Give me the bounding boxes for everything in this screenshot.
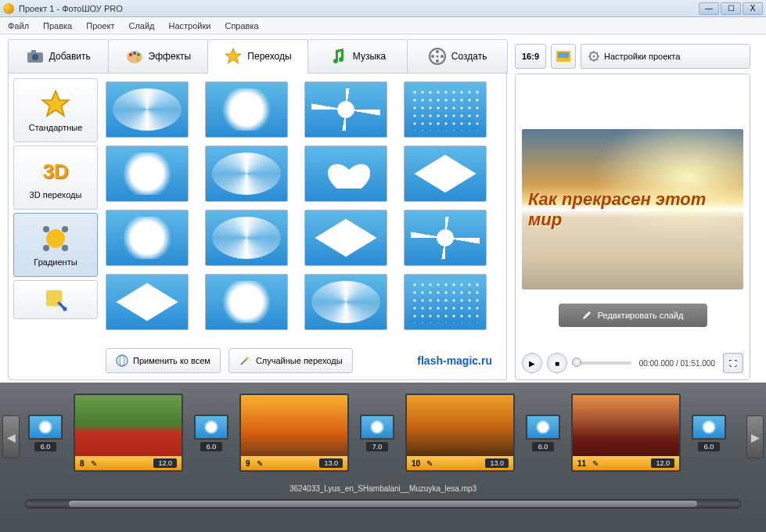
apply-all-button[interactable]: Применить ко всем [106,348,221,373]
slide-number: 10 [412,459,420,468]
3d-icon: 3D [40,156,71,187]
menu-project[interactable]: Проект [86,21,114,31]
transition-item[interactable]: 6.0 [25,415,66,451]
transition-thumb[interactable] [205,81,288,138]
slide-bar: 11✎12.0 [573,456,679,470]
fullscreen-button[interactable]: ⛶ [723,353,743,373]
transition-thumb[interactable] [304,274,387,330]
svg-point-1 [32,54,38,60]
transition-item[interactable]: 6.0 [523,415,563,451]
star-icon [224,47,243,66]
theme-button[interactable] [551,44,576,69]
menu-slide[interactable]: Слайд [128,21,154,31]
svg-point-14 [46,229,65,248]
transition-thumb[interactable] [304,210,387,266]
transition-icon[interactable] [692,415,726,440]
playback-slider[interactable] [572,361,631,365]
random-button[interactable]: Случайные переходы [228,348,353,373]
audio-track[interactable]: 3624033_Lyus_en_SHambalani__Muzuyka_lesa… [6,484,760,493]
transition-icon[interactable] [194,415,228,440]
transition-thumb[interactable] [205,274,288,330]
music-icon [329,47,348,66]
playback-controls: ▶ ■ 00:00.000 / 01:51.000 ⛶ [522,353,743,373]
pencil-icon[interactable]: ✎ [426,459,433,468]
svg-point-21 [117,355,128,366]
svg-point-16 [62,226,68,232]
transition-thumb[interactable] [404,81,487,138]
transition-duration: 7.0 [366,442,389,451]
transition-thumb[interactable] [106,210,189,266]
transition-thumb[interactable] [304,146,387,202]
transition-icon[interactable] [526,415,560,440]
timeline-slide[interactable]: 8✎12.0 [74,394,183,472]
transition-duration: 6.0 [698,442,721,451]
slider-knob[interactable] [572,358,581,367]
transition-thumb[interactable] [404,210,487,266]
maximize-button[interactable]: ☐ [721,2,741,15]
tab-create[interactable]: Создать [407,39,508,74]
pencil-icon[interactable]: ✎ [257,459,263,468]
svg-rect-2 [31,50,36,53]
cat-other[interactable] [13,280,98,319]
transition-item[interactable]: 7.0 [357,415,397,451]
timeline-slide[interactable]: 9✎13.0 [239,394,349,472]
transition-item[interactable]: 6.0 [689,415,729,451]
picture-icon [556,51,570,62]
edit-slide-button[interactable]: Редактировать слайд [559,304,707,327]
svg-rect-24 [558,52,569,58]
svg-point-6 [137,53,140,56]
menu-help[interactable]: Справка [225,21,258,31]
minimize-button[interactable]: — [699,2,719,15]
cat-gradients[interactable]: Градиенты [13,213,98,277]
menu-file[interactable]: Файл [8,21,29,31]
categories: Стандартные 3D 3D переходы Градиенты [13,78,98,375]
camera-icon [26,47,45,66]
project-settings-button[interactable]: Настройки проекта [581,44,750,69]
transition-thumb[interactable] [304,81,387,138]
transitions-grid[interactable] [102,78,502,342]
preview-panel: Как прекрасен этот мир Редактировать сла… [515,74,750,380]
transition-icon[interactable] [360,415,394,440]
pencil-icon[interactable]: ✎ [592,459,599,468]
playback-time: 00:00.000 / 01:51.000 [639,359,715,368]
transition-thumb[interactable] [205,210,288,266]
play-button[interactable]: ▶ [522,353,542,373]
transition-item[interactable]: 6.0 [191,415,232,451]
scrollbar-thumb[interactable] [69,501,697,507]
svg-point-15 [43,226,49,232]
transition-thumb[interactable] [404,274,487,330]
transition-thumb[interactable] [205,146,288,202]
cat-3d[interactable]: 3D 3D переходы [13,146,98,210]
tab-transitions[interactable]: Переходы [207,39,308,74]
close-button[interactable]: X [743,2,763,15]
tab-add[interactable]: Добавить [8,39,109,74]
svg-point-9 [436,50,439,53]
cat-standard[interactable]: Стандартные [13,78,98,142]
wand-icon [239,354,251,367]
star-icon [40,88,71,120]
svg-point-22 [120,355,124,366]
timeline-prev[interactable]: ◀ [2,415,20,458]
timeline-slide[interactable]: 10✎13.0 [405,394,515,472]
transition-duration: 6.0 [532,442,555,451]
transition-thumb[interactable] [106,146,189,202]
tab-effects[interactable]: Эффекты [108,39,209,74]
menu-edit[interactable]: Правка [43,21,72,31]
svg-point-5 [133,52,136,55]
timeline-scrollbar[interactable] [25,499,741,509]
transition-thumb[interactable] [106,81,189,138]
timeline-row: 6.0 8✎12.06.09✎13.07.010✎13.06.011✎12.06… [6,390,760,475]
menu-settings[interactable]: Настройки [169,21,211,31]
transition-thumb[interactable] [106,274,189,330]
stop-button[interactable]: ■ [547,353,567,373]
transition-thumb[interactable] [404,146,487,202]
slide-duration: 12.0 [651,458,674,468]
aspect-button[interactable]: 16:9 [515,44,546,69]
svg-point-18 [62,245,68,251]
menubar: Файл Правка Проект Слайд Настройки Справ… [0,17,766,34]
pencil-icon[interactable]: ✎ [91,459,97,468]
timeline-next[interactable]: ▶ [746,415,764,458]
transition-icon[interactable] [28,415,63,440]
tab-music[interactable]: Музыка [307,39,408,74]
timeline-slide[interactable]: 11✎12.0 [571,394,681,472]
